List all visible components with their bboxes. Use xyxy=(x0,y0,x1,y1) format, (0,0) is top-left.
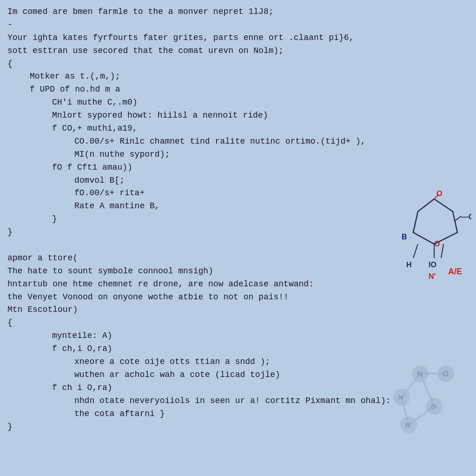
line-5: { xyxy=(7,58,469,71)
oxygen-right-label: —O xyxy=(461,213,471,221)
line-8: CH'i muthe C,.m0) xyxy=(7,96,469,109)
line-27: f ch,i O,ra) xyxy=(7,343,469,356)
line-31: nhdn otate neveryoiiols in seen ur a! co… xyxy=(7,395,469,408)
hydrogen-label: H xyxy=(406,261,412,269)
line-3: Your ighta kates fyrfourts fater grites,… xyxy=(7,32,469,45)
boron-label: B xyxy=(402,233,407,241)
line-12: MI(n nuthe sypord); xyxy=(7,148,469,161)
ring-bonds xyxy=(413,199,457,244)
line-26: mynteile: A) xyxy=(7,330,469,343)
bond-right xyxy=(455,216,461,221)
line-7: f UPD of no.hd m a xyxy=(7,83,469,96)
line-25: { xyxy=(7,317,469,330)
line-29: wuthen ar acholc wah a cote (licad tojle… xyxy=(7,369,469,382)
ae-label: A/E xyxy=(448,267,462,276)
line-4: sott esttran use secored that the comat … xyxy=(7,45,469,58)
n-prime-label: N' xyxy=(429,272,436,280)
lower-bond-left xyxy=(413,244,418,258)
line-11: CO.00/s+ Rinlc chamnet tind ralite nutin… xyxy=(7,135,469,148)
io-label: IO xyxy=(429,261,436,269)
line-13: fO f Cft1 amau)) xyxy=(7,161,469,174)
line-2: - xyxy=(7,19,469,32)
line-33: } xyxy=(7,421,469,434)
line-9: Mnlort sypored howt: hiilsl a nennoit ri… xyxy=(7,109,469,122)
line-10: f CO,+ muthi,a19, xyxy=(7,122,469,135)
line-30: f ch i O,ra) xyxy=(7,382,469,395)
molecule-diagram-top: O —O O B H IO N' A/E xyxy=(392,186,471,288)
lower-bond-right xyxy=(441,244,443,258)
line-6: Motker as t.(,m,); xyxy=(7,70,469,83)
line-32: the cota aftarni } xyxy=(7,408,469,421)
line-14: domvol B[; xyxy=(7,174,469,187)
line-23: the Venyet Vonood on onyone wothe atbie … xyxy=(7,291,469,304)
line-24: Mtn Escotlour) xyxy=(7,304,469,317)
line-28: xneore a cote oije otts ttian a sndd ); xyxy=(7,356,469,369)
line-1: Im comed are bmen farmle to the a monver… xyxy=(7,6,469,19)
